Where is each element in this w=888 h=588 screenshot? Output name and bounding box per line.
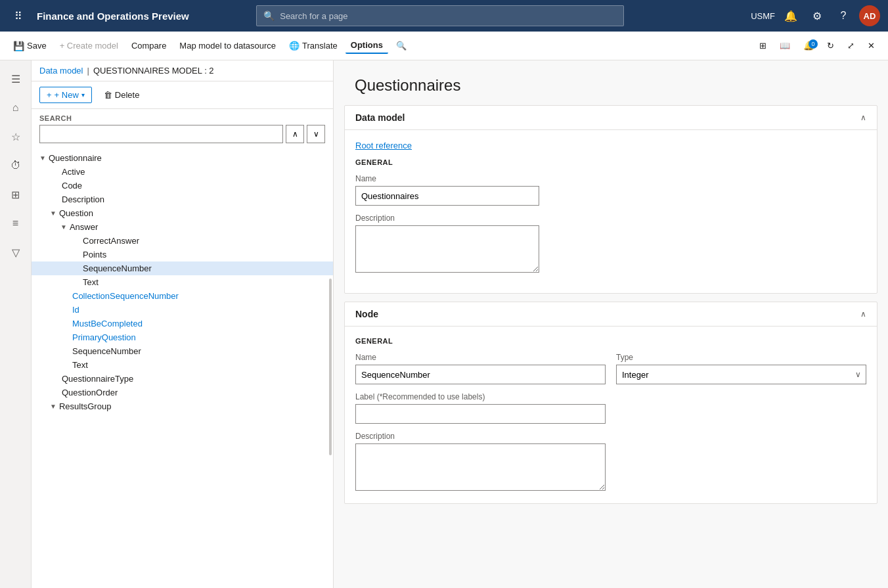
tree-item-answer[interactable]: ▼ Answer — [32, 220, 333, 234]
expand-icon: ⤢ — [847, 41, 855, 51]
label-field-label: Label (*Recommended to use labels) — [355, 392, 606, 401]
help-icon: ? — [841, 10, 847, 22]
filter-toolbar-button[interactable]: 🔍 — [391, 38, 412, 53]
bookmark-icon: 📖 — [780, 41, 790, 51]
label-field-input[interactable] — [355, 404, 606, 424]
puzzle-button[interactable]: ⊞ — [754, 38, 772, 53]
tree-search-input[interactable] — [39, 125, 283, 143]
node-description-textarea[interactable] — [355, 443, 606, 491]
collapse-data-model-button[interactable]: ∧ — [860, 113, 866, 122]
map-button[interactable]: Map model to datasource — [174, 38, 281, 53]
node-section: Node ∧ GENERAL Name Label (*Recommended … — [344, 302, 877, 504]
up-icon: ∧ — [292, 129, 298, 139]
refresh-button[interactable]: ↻ — [822, 38, 839, 53]
type-field-label: Type — [616, 353, 866, 362]
options-button[interactable]: Options — [345, 37, 388, 54]
main-layout: ☰ ⌂ ☆ ⏱ ⊞ ≡ ▽ Data model | QUESTIONNAIRE… — [0, 60, 888, 588]
tree-item-points[interactable]: Points — [32, 248, 333, 261]
avatar[interactable]: AD — [859, 5, 880, 26]
create-model-button[interactable]: + Create model — [55, 38, 123, 53]
collapse-node-button[interactable]: ∧ — [860, 309, 866, 319]
tree-item-id[interactable]: Id — [32, 303, 333, 317]
breadcrumb: Data model | QUESTIONNAIRES MODEL : 2 — [39, 66, 214, 76]
tree-item-resultsgroup[interactable]: ▼ ResultsGroup — [32, 399, 333, 413]
breadcrumb-link[interactable]: Data model — [39, 66, 83, 76]
tree-item-collectionsequencenumber[interactable]: CollectionSequenceNumber — [32, 289, 333, 303]
sidebar-recent-button[interactable]: ⏱ — [3, 152, 29, 179]
new-button[interactable]: + + New ▾ — [39, 87, 92, 103]
sidebar-icons: ☰ ⌂ ☆ ⏱ ⊞ ≡ ▽ — [0, 60, 32, 588]
tree-item-sequencenumber2[interactable]: SequenceNumber — [32, 344, 333, 358]
tree-item-primaryquestion[interactable]: PrimaryQuestion — [32, 330, 333, 344]
sidebar-workspaces-button[interactable]: ⊞ — [3, 181, 29, 208]
data-model-general-label: GENERAL — [355, 158, 866, 166]
type-select[interactable]: Integer String Real Boolean Date DateTim… — [616, 365, 866, 384]
toggle-questionnaire[interactable]: ▼ — [39, 154, 46, 162]
toggle-resultsgroup[interactable]: ▼ — [50, 403, 56, 410]
notifications-button[interactable]: 🔔 — [780, 5, 801, 26]
sidebar-home-button[interactable]: ⌂ — [3, 95, 29, 121]
description-field-group: Description — [355, 214, 866, 275]
search-up-button[interactable]: ∧ — [286, 125, 304, 143]
node-section-body: GENERAL Name Label (*Recommended to use … — [345, 327, 877, 503]
breadcrumb-separator: | — [87, 66, 89, 76]
tree-item-mustbecompleted[interactable]: MustBeCompleted — [32, 317, 333, 330]
global-search[interactable]: 🔍 — [256, 5, 624, 26]
delete-button[interactable]: 🗑 Delete — [97, 87, 146, 102]
detail-panel: Questionnaires Data model ∧ Root referen… — [334, 60, 888, 588]
tree-item-description[interactable]: Description — [32, 192, 333, 206]
node-section-header[interactable]: Node ∧ — [345, 302, 877, 327]
search-icon: 🔍 — [263, 11, 275, 21]
close-button[interactable]: ✕ — [862, 38, 880, 53]
tree-item-text-question[interactable]: Text — [32, 358, 333, 372]
node-general-label: GENERAL — [355, 337, 866, 345]
save-button[interactable]: 💾 Save — [8, 38, 52, 54]
data-model-section-header[interactable]: Data model ∧ — [345, 106, 877, 130]
toggle-answer[interactable]: ▼ — [60, 223, 67, 231]
settings-button[interactable]: ⚙ — [807, 5, 828, 26]
apps-menu-button[interactable]: ⠿ — [8, 5, 29, 26]
name-field-input[interactable] — [355, 186, 539, 206]
apps-icon: ⠿ — [14, 10, 22, 22]
sidebar-filter-button[interactable]: ▽ — [3, 239, 29, 265]
hamburger-icon: ☰ — [11, 73, 20, 85]
description-field-textarea[interactable] — [355, 225, 539, 273]
translate-button[interactable]: 🌐 Translate — [284, 38, 343, 53]
tree-item-questionnairetype[interactable]: QuestionnaireType — [32, 372, 333, 386]
sidebar-list-button[interactable]: ≡ — [3, 210, 29, 237]
compare-button[interactable]: Compare — [126, 38, 171, 53]
tree-header: Data model | QUESTIONNAIRES MODEL : 2 — [32, 60, 333, 81]
help-button[interactable]: ? — [833, 5, 854, 26]
tree-item-text-answer[interactable]: Text — [32, 275, 333, 289]
tree-item-correctanswer[interactable]: CorrectAnswer — [32, 234, 333, 248]
node-grid: Name Label (*Recommended to use labels) … — [355, 353, 866, 493]
puzzle-icon: ⊞ — [759, 41, 766, 51]
detail-title: Questionnaires — [334, 60, 888, 105]
scrollbar[interactable] — [329, 279, 332, 455]
tree-item-sequencenumber[interactable]: SequenceNumber — [32, 261, 333, 275]
company-label: USMF — [751, 11, 775, 21]
tree-item-question[interactable]: ▼ Question — [32, 206, 333, 220]
delete-icon: 🗑 — [104, 90, 112, 100]
node-description-label: Description — [355, 432, 606, 441]
sidebar-menu-button[interactable]: ☰ — [3, 66, 29, 92]
tree-item-questionnaire[interactable]: ▼ Questionnaire — [32, 151, 333, 165]
bookmark-button[interactable]: 📖 — [774, 38, 795, 53]
sidebar-favorites-button[interactable]: ☆ — [3, 124, 29, 150]
new-chevron-icon: ▾ — [81, 91, 85, 99]
node-name-input[interactable] — [355, 365, 606, 384]
search-input[interactable] — [280, 11, 617, 21]
notification-toolbar-button[interactable]: 🔔 0 — [798, 38, 819, 53]
node-name-col: Name Label (*Recommended to use labels) … — [355, 353, 606, 493]
grid-icon: ⊞ — [11, 189, 20, 201]
tree-item-questionorder[interactable]: QuestionOrder — [32, 386, 333, 399]
tree-item-active[interactable]: Active — [32, 165, 333, 179]
tree-content: ▼ Questionnaire Active Code Description … — [32, 146, 333, 588]
toggle-question[interactable]: ▼ — [50, 210, 56, 217]
tree-item-code[interactable]: Code — [32, 179, 333, 192]
expand-button[interactable]: ⤢ — [842, 38, 860, 53]
toolbar: 💾 Save + Create model Compare Map model … — [0, 32, 888, 60]
search-down-button[interactable]: ∨ — [307, 125, 325, 143]
label-field-group: Label (*Recommended to use labels) — [355, 392, 606, 424]
root-reference-link[interactable]: Root reference — [355, 141, 866, 158]
